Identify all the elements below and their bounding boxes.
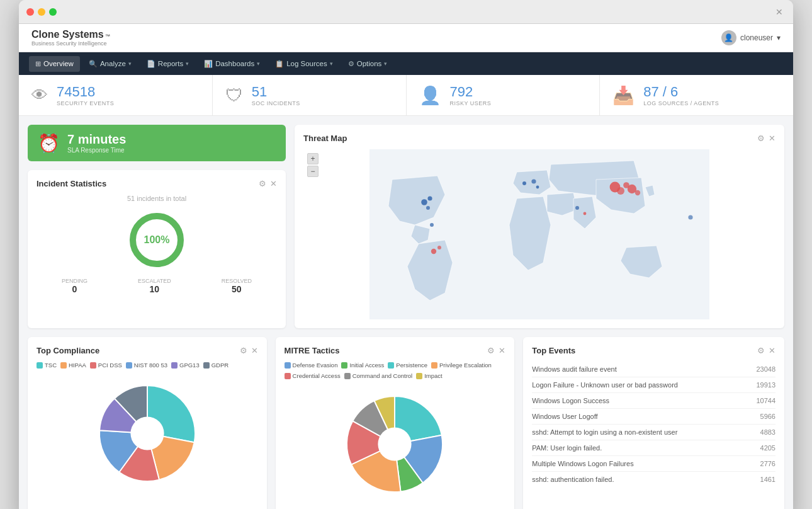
legend-item: GPG13 [171, 362, 200, 369]
event-label: Multiple Windows Logon Failures [532, 460, 633, 467]
list-item: sshd: authentication failed.1461 [532, 472, 775, 487]
donut-label: 100% [144, 234, 170, 246]
svg-point-8 [531, 179, 536, 183]
nav-item-dashboards[interactable]: 📊 Dashboards ▾ [198, 56, 266, 72]
stat-log-sources: 📥 87 / 6 LOG SOURCES / AGENTS [600, 75, 793, 115]
nav-item-overview[interactable]: ⊞ Overview [29, 56, 80, 72]
legend-item: Initial Access [341, 362, 384, 369]
logo-subtitle: Business Security Intelligence [31, 40, 110, 47]
close-button[interactable] [26, 8, 34, 16]
event-label: Logon Failure - Unknown user or bad pass… [532, 381, 678, 389]
stats-bar: 👁 74518 SECURITY EVENTS 🛡 51 SOC INCIDEN… [19, 75, 793, 116]
analyze-chevron-icon: ▾ [128, 60, 132, 67]
events-list: Windows audit failure event23048Logon Fa… [532, 362, 775, 487]
incident-panel-title: Incident Statistics [37, 179, 106, 188]
compliance-panel: Top Compliance ⚙ ✕ TSCHIPAAPCI DSSNIST 8… [28, 337, 267, 509]
legend-item: Credential Access [285, 372, 341, 379]
event-label: sshd: Attempt to login using a non-exist… [532, 428, 677, 436]
escalated-value: 10 [138, 284, 171, 294]
sla-label: SLA Response Time [67, 147, 126, 154]
compliance-pie-chart [37, 374, 258, 493]
minimize-button[interactable] [38, 8, 45, 16]
threat-settings-icon[interactable]: ⚙ [757, 134, 765, 143]
window-close-icon[interactable]: ✕ [775, 7, 783, 17]
legend-item: GDPR [203, 362, 228, 369]
event-label: sshd: authentication failed. [532, 476, 614, 483]
username: cloneuser [740, 33, 773, 42]
event-count: 23048 [756, 365, 775, 373]
svg-point-7 [522, 181, 526, 185]
threat-close-icon[interactable]: ✕ [769, 134, 775, 143]
threat-map-panel: Threat Map ⚙ ✕ + − [295, 125, 784, 328]
svg-point-18 [437, 246, 441, 249]
left-column: ⏰ 7 minutes SLA Response Time Incident S… [28, 125, 286, 328]
threat-panel-header: Threat Map ⚙ ✕ [303, 134, 775, 143]
nav-label-overview: Overview [43, 60, 74, 67]
event-label: Windows User Logoff [532, 413, 597, 420]
overview-icon: ⊞ [35, 60, 41, 68]
incident-stats-row: PENDING 0 ESCALATED 10 RESOLVED 50 [37, 278, 277, 294]
legend-item: Defense Evasion [285, 362, 338, 369]
security-events-icon: 👁 [31, 86, 48, 105]
compliance-panel-header: Top Compliance ⚙ ✕ [37, 346, 258, 355]
list-item: PAM: User login failed.4205 [532, 440, 775, 456]
app-window: ✕ Clone Systems ™ Business Security Inte… [19, 0, 793, 509]
log-sources-chevron-icon: ▾ [330, 60, 333, 67]
list-item: Windows User Logoff5966 [532, 409, 775, 425]
user-area[interactable]: 👤 cloneuser ▾ [721, 30, 781, 45]
list-item: Windows Logon Success10744 [532, 393, 775, 409]
events-panel-title: Top Events [532, 346, 575, 355]
sla-icon: ⏰ [38, 133, 60, 154]
event-count: 1461 [760, 476, 775, 483]
event-label: Windows audit failure event [532, 365, 617, 373]
svg-point-4 [426, 206, 430, 210]
maximize-button[interactable] [49, 8, 57, 16]
mitre-close-icon[interactable]: ✕ [499, 346, 505, 355]
incident-close-icon[interactable]: ✕ [270, 179, 277, 188]
event-count: 2776 [760, 460, 775, 467]
title-bar: ✕ [19, 0, 793, 24]
mitre-settings-icon[interactable]: ⚙ [487, 346, 495, 355]
sla-panel: ⏰ 7 minutes SLA Response Time [28, 125, 286, 161]
legend-item: Command and Control [344, 372, 413, 379]
compliance-legend: TSCHIPAAPCI DSSNIST 800 53GPG13GDPR [37, 362, 258, 369]
events-panel: Top Events ⚙ ✕ Windows audit failure eve… [523, 337, 784, 509]
resolved-label: RESOLVED [222, 278, 252, 284]
legend-item: NIST 800 53 [126, 362, 167, 369]
stat-risky-users: 👤 792 RISKY USERS [407, 75, 601, 115]
zoom-out-button[interactable]: − [307, 166, 319, 177]
event-count: 4205 [760, 444, 775, 452]
security-events-number: 74518 [57, 84, 95, 100]
svg-point-20 [130, 416, 164, 450]
escalated-label: ESCALATED [138, 278, 171, 284]
legend-item: Privilege Escalation [431, 362, 492, 369]
list-item: Windows audit failure event23048 [532, 362, 775, 377]
zoom-in-button[interactable]: + [307, 153, 319, 164]
compliance-close-icon[interactable]: ✕ [251, 346, 258, 355]
legend-item: Impact [416, 372, 443, 379]
events-settings-icon[interactable]: ⚙ [757, 346, 765, 355]
log-sources-stat-icon: 📥 [612, 85, 634, 106]
nav-item-reports[interactable]: 📄 Reports ▾ [140, 56, 195, 72]
nav-item-analyze[interactable]: 🔍 Analyze ▾ [82, 56, 138, 72]
nav-bar: ⊞ Overview 🔍 Analyze ▾ 📄 Reports ▾ 📊 Das… [19, 52, 793, 75]
nav-item-options[interactable]: ⚙ Options ▾ [342, 56, 394, 72]
event-count: 19913 [756, 381, 775, 389]
mitre-panel-title: MITRE Tactics [285, 346, 340, 355]
nav-item-log-sources[interactable]: 📋 Log Sources ▾ [269, 56, 339, 72]
incident-settings-icon[interactable]: ⚙ [259, 179, 266, 188]
compliance-settings-icon[interactable]: ⚙ [240, 346, 247, 355]
security-events-label: SECURITY EVENTS [57, 100, 114, 106]
traffic-lights [26, 8, 57, 16]
events-close-icon[interactable]: ✕ [769, 346, 775, 355]
zoom-controls: + − [307, 153, 319, 177]
risky-users-icon: 👤 [419, 85, 441, 106]
nav-label-analyze: Analyze [100, 60, 126, 67]
incident-statistics-panel: Incident Statistics ⚙ ✕ 51 incidents in … [28, 170, 286, 328]
event-label: PAM: User login failed. [532, 444, 602, 452]
mitre-panel-header: MITRE Tactics ⚙ ✕ [285, 346, 506, 355]
donut-chart: 100% [37, 209, 277, 272]
pending-label: PENDING [62, 278, 87, 284]
top-row: ⏰ 7 minutes SLA Response Time Incident S… [28, 125, 784, 328]
world-map-svg [303, 149, 775, 319]
